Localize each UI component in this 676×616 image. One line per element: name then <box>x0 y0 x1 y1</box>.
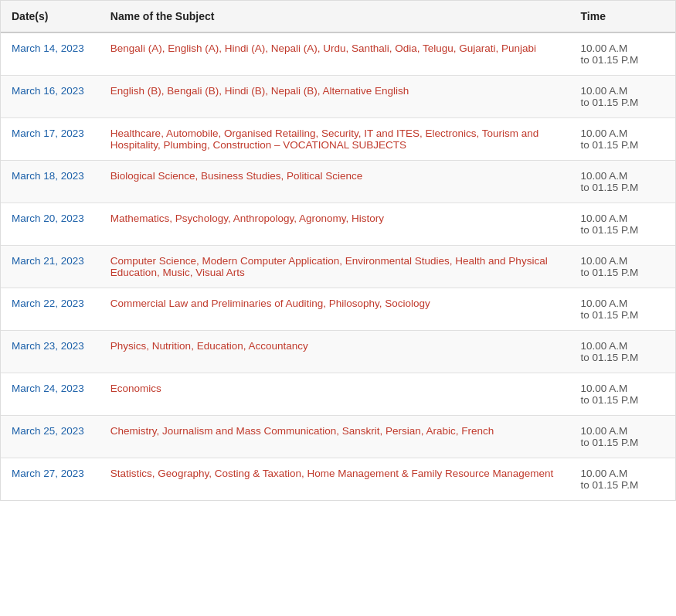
subject-cell: Computer Science, Modern Computer Applic… <box>100 246 570 288</box>
subject-cell: English (B), Bengali (B), Hindi (B), Nep… <box>100 76 570 118</box>
subject-cell: Chemistry, Journalism and Mass Communica… <box>100 416 570 458</box>
table-row: March 16, 2023English (B), Bengali (B), … <box>1 76 675 118</box>
subject-cell: Commercial Law and Preliminaries of Audi… <box>100 288 570 331</box>
subject-cell: Mathematics, Psychology, Anthropology, A… <box>100 203 570 246</box>
date-cell: March 14, 2023 <box>1 32 100 76</box>
time-cell: 10.00 A.Mto 01.15 P.M <box>570 416 675 458</box>
subject-cell: Healthcare, Automobile, Organised Retail… <box>100 118 570 161</box>
table-row: March 20, 2023Mathematics, Psychology, A… <box>1 203 675 246</box>
date-header: Date(s) <box>1 1 100 32</box>
time-cell: 10.00 A.Mto 01.15 P.M <box>570 458 675 501</box>
time-cell: 10.00 A.Mto 01.15 P.M <box>570 246 675 288</box>
time-cell: 10.00 A.Mto 01.15 P.M <box>570 373 675 416</box>
date-cell: March 17, 2023 <box>1 118 100 161</box>
table-row: March 23, 2023Physics, Nutrition, Educat… <box>1 331 675 373</box>
table-row: March 18, 2023Biological Science, Busine… <box>1 161 675 203</box>
time-cell: 10.00 A.Mto 01.15 P.M <box>570 76 675 118</box>
time-header: Time <box>570 1 675 32</box>
table-row: March 24, 2023Economics10.00 A.Mto 01.15… <box>1 373 675 416</box>
subject-cell: Bengali (A), English (A), Hindi (A), Nep… <box>100 32 570 76</box>
table-row: March 21, 2023Computer Science, Modern C… <box>1 246 675 288</box>
table-row: March 25, 2023Chemistry, Journalism and … <box>1 416 675 458</box>
subject-header: Name of the Subject <box>100 1 570 32</box>
table-row: March 14, 2023Bengali (A), English (A), … <box>1 32 675 76</box>
exam-schedule-table: Date(s) Name of the Subject Time March 1… <box>1 1 675 500</box>
time-cell: 10.00 A.Mto 01.15 P.M <box>570 203 675 246</box>
date-cell: March 22, 2023 <box>1 288 100 331</box>
table-header-row: Date(s) Name of the Subject Time <box>1 1 675 32</box>
schedule-table-container: Date(s) Name of the Subject Time March 1… <box>0 0 676 501</box>
table-row: March 27, 2023Statistics, Geography, Cos… <box>1 458 675 501</box>
table-row: March 22, 2023Commercial Law and Prelimi… <box>1 288 675 331</box>
table-row: March 17, 2023Healthcare, Automobile, Or… <box>1 118 675 161</box>
subject-cell: Biological Science, Business Studies, Po… <box>100 161 570 203</box>
date-cell: March 21, 2023 <box>1 246 100 288</box>
date-cell: March 24, 2023 <box>1 373 100 416</box>
subject-cell: Statistics, Geography, Costing & Taxatio… <box>100 458 570 501</box>
time-cell: 10.00 A.Mto 01.15 P.M <box>570 32 675 76</box>
date-cell: March 20, 2023 <box>1 203 100 246</box>
date-cell: March 25, 2023 <box>1 416 100 458</box>
date-cell: March 16, 2023 <box>1 76 100 118</box>
subject-cell: Physics, Nutrition, Education, Accountan… <box>100 331 570 373</box>
date-cell: March 23, 2023 <box>1 331 100 373</box>
time-cell: 10.00 A.Mto 01.15 P.M <box>570 331 675 373</box>
date-cell: March 18, 2023 <box>1 161 100 203</box>
subject-cell: Economics <box>100 373 570 416</box>
time-cell: 10.00 A.Mto 01.15 P.M <box>570 288 675 331</box>
time-cell: 10.00 A.Mto 01.15 P.M <box>570 161 675 203</box>
time-cell: 10.00 A.Mto 01.15 P.M <box>570 118 675 161</box>
date-cell: March 27, 2023 <box>1 458 100 501</box>
